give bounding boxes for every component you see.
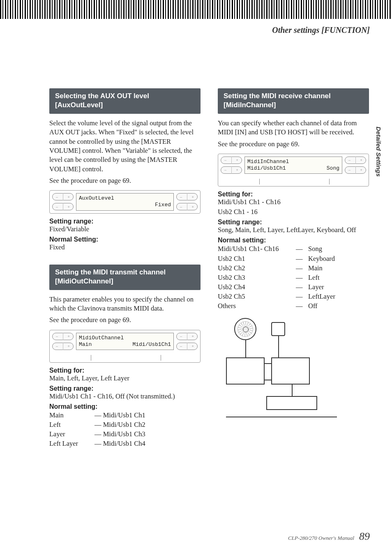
aux-lcd-panel: AuxOutLevel Fixed [49,190,201,214]
footer: CLP-280/270 Owner's Manual 89 [288,530,370,543]
section-aux-heading: Selecting the AUX OUT level [AuxOutLevel… [49,88,201,114]
midiin-lcd-line2l: Midi/Usb1Ch1 [247,165,286,172]
aux-lcd-line1: AuxOutLevel [79,195,171,202]
midiout-range: Midi/Usb1 Ch1 - Ch16, Off (Not transmitt… [49,392,201,401]
midiout-see: See the procedure on page 69. [49,315,201,325]
aux-normal-label: Normal Setting: [49,236,201,243]
rocker-icon [221,157,242,164]
aux-see: See the procedure on page 69. [49,176,201,185]
knob-icon [234,318,256,340]
midiin-table: Midi/Usb1 Ch1- Ch16—Song Usb2 Ch1—Keyboa… [218,244,369,311]
page-header: Other settings [FUNCTION] [272,25,370,35]
rocker-a-icon [52,193,74,200]
midiout-body: This parameter enables you to specify th… [49,295,201,313]
side-tab: Detailed Settings [375,127,382,177]
midiin-range-label: Setting range: [218,219,369,226]
aux-normal: Fixed [49,243,201,251]
midiin-lcd-line1: MidiInChannel [247,159,339,165]
right-column: Setting the MIDI receive channel [MidiIn… [218,88,369,448]
midiin-for1: Midi/Usb1 Ch1 - Ch16 [218,198,369,206]
rocker-d-icon [176,203,198,210]
midiout-range-label: Setting range: [49,385,201,392]
box-icon [271,357,310,385]
rocker-icon [52,343,74,350]
footer-manual: CLP-280/270 Owner's Manual [288,535,354,541]
midiin-for2: Usb2 Ch1 - 16 [218,208,369,216]
midiout-lcd: MidiOutChannel Main Midi/Usb1Ch1 [76,333,174,350]
rocker-icon [221,166,242,174]
midiin-lcd-panel: MidiInChannel Midi/Usb1Ch1 Song [218,154,369,187]
aux-lcd-line2: Fixed [79,202,171,208]
rocker-b-icon [52,203,74,210]
footer-page: 89 [359,530,370,543]
rocker-icon [345,157,366,164]
midiout-normal-label: Normal setting: [49,403,201,410]
midiin-body: You can specify whether each channel of … [218,119,369,137]
midiout-for-label: Setting for: [49,367,201,374]
midiout-lcd-panel: MidiOutChannel Main Midi/Usb1Ch1 [49,330,201,363]
midi-diagram-icon [218,318,349,421]
midiin-lcd-line2r: Song [327,165,339,172]
section-midiout-heading: Setting the MIDI transmit channel [MidiO… [49,265,201,290]
midiout-for: Main, Left, Layer, Left Layer [49,374,201,382]
aux-range-label: Setting range: [49,218,201,225]
midiout-lcd-line1: MidiOutChannel [79,335,171,341]
midiin-normal-label: Normal setting: [218,237,369,244]
rocker-icon [52,333,74,340]
aux-lcd: AuxOutLevel Fixed [76,193,174,211]
barcode-decoration [0,0,392,19]
box-icon [226,357,265,385]
left-column: Selecting the AUX OUT level [AuxOutLevel… [49,88,201,448]
midiin-for-label: Setting for: [218,191,369,198]
rocker-icon [176,333,198,340]
section-midiin-heading: Setting the MIDI receive channel [MidiIn… [218,88,369,114]
midiin-range: Song, Main, Left, Layer, LeftLayer, Keyb… [218,226,369,234]
midiin-lcd: MidiInChannel Midi/Usb1Ch1 Song [244,157,342,174]
aux-range: Fixed/Variable [49,225,201,233]
rocker-icon [345,166,366,174]
rocker-icon [176,343,198,350]
small-box-icon [271,322,285,336]
midiin-see: See the procedure on page 69. [218,140,369,149]
midiout-table: Main— Midi/Usb1 Ch1 Left— Midi/Usb1 Ch2 … [49,410,201,448]
midiout-lcd-line2r: Midi/Usb1Ch1 [132,341,171,348]
aux-body: Select the volume level of the signal ou… [49,119,201,174]
box-icon [266,396,317,410]
midiout-lcd-line2l: Main [79,341,92,348]
rocker-c-icon [176,193,198,200]
